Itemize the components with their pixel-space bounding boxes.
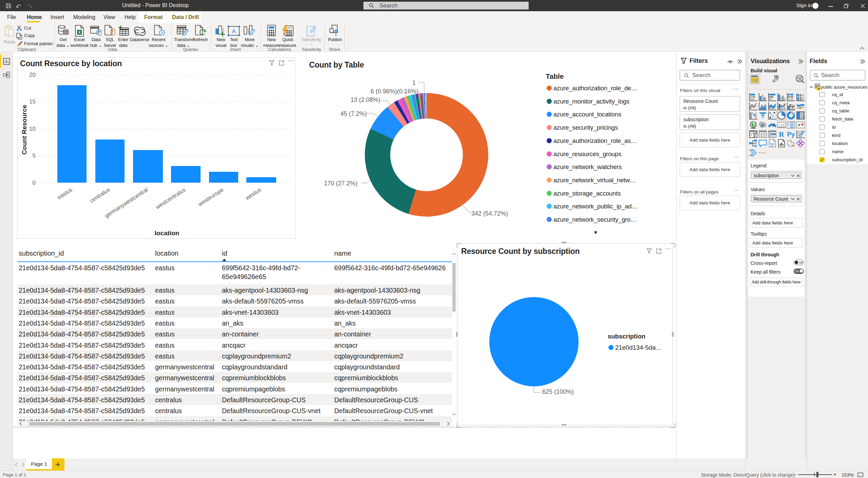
svg-text:A: A: [232, 28, 236, 35]
svg-text:X: X: [78, 30, 81, 34]
svg-text:R: R: [779, 130, 785, 139]
svg-text:123: 123: [779, 123, 784, 127]
svg-text:Py: Py: [787, 131, 795, 138]
